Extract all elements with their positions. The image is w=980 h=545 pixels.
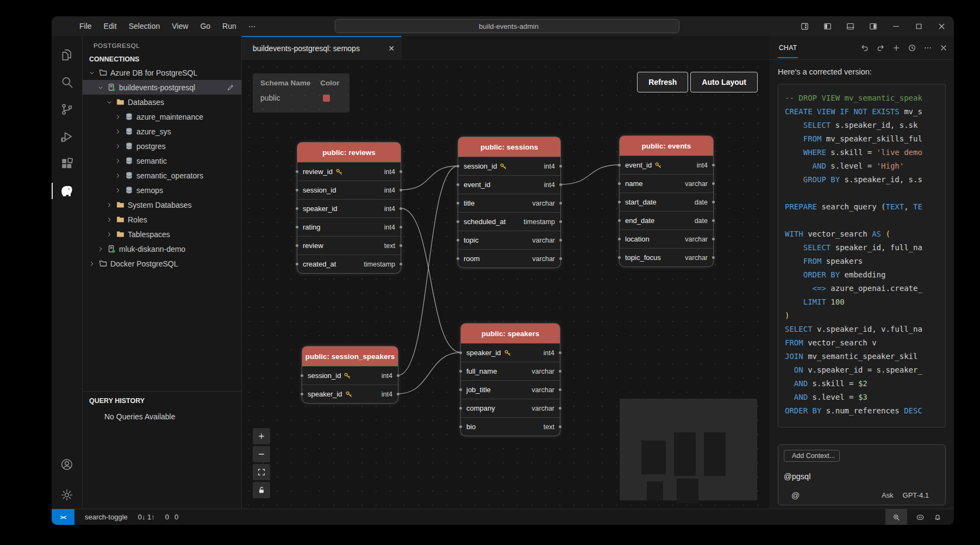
table-speakers[interactable]: public: speakersspeaker_idint4full_namev…	[461, 324, 560, 436]
menu-selection[interactable]: Selection	[123, 16, 166, 36]
add-context-button[interactable]: Add Context...	[784, 450, 840, 462]
sql-code-block: -- DROP VIEW mv_semantic_speakCREATE VIE…	[778, 84, 946, 428]
chat-input[interactable]: Add Context... @pgsql @ Ask GPT-4.1	[778, 444, 946, 505]
layout-sidebar-right-button[interactable]	[864, 18, 882, 34]
command-center-search[interactable]: build-events-admin	[335, 19, 679, 33]
title-bar: FileEditSelectionViewGoRun⋯ build-events…	[52, 16, 954, 36]
key-icon	[654, 162, 662, 169]
menu-go[interactable]: Go	[194, 16, 216, 36]
problems-status[interactable]: 0 0	[163, 513, 178, 521]
layout-sidebar-left-button[interactable]	[818, 18, 837, 34]
minimize-button[interactable]	[887, 18, 905, 34]
tree-item-buildevents-postgresql[interactable]: buildevents-postgresql	[83, 80, 241, 95]
tree-item-tablespaces[interactable]: Tablespaces	[83, 227, 241, 241]
copilot-icon[interactable]	[916, 513, 925, 522]
connections-section-header[interactable]: CONNECTIONS	[83, 53, 241, 65]
tree-item-databases[interactable]: Databases	[83, 95, 241, 109]
unlock-button[interactable]	[253, 482, 270, 498]
tree-item-system-databases[interactable]: System Databases	[83, 197, 241, 212]
customize-layout-button[interactable]	[795, 18, 814, 34]
mention-icon[interactable]: @	[791, 491, 800, 500]
menu-file[interactable]: File	[73, 16, 98, 36]
branch-status[interactable]: search-toggle	[82, 513, 128, 521]
column-name: room	[464, 255, 480, 263]
column-name: full_name	[466, 367, 497, 375]
tree-item-semantic[interactable]: semantic	[83, 153, 241, 168]
chevron-right-icon	[114, 143, 122, 150]
menu-[interactable]: ⋯	[242, 16, 262, 36]
tree-item-azure-sys[interactable]: azure_sys	[83, 124, 241, 139]
column-type: int4	[382, 391, 392, 398]
zoom-in-button[interactable]	[253, 428, 270, 444]
activitybar-run-debug[interactable]	[52, 123, 83, 150]
tree-item-mluk-diskann-demo[interactable]: mluk-diskann-demo	[83, 241, 241, 256]
activitybar-extensions[interactable]	[52, 150, 83, 177]
zoom-status-button[interactable]	[885, 509, 907, 525]
new-chat-icon[interactable]	[892, 44, 901, 52]
table-session_speakers[interactable]: public: session_speakerssession_idint4sp…	[302, 346, 398, 403]
activitybar-search[interactable]	[52, 69, 83, 96]
tree-item-semantic-operators[interactable]: semantic_operators	[83, 168, 241, 183]
activitybar-postgresql[interactable]	[52, 177, 83, 205]
model-dropdown[interactable]: GPT-4.1	[903, 491, 931, 499]
tree-item-azure-maintenance[interactable]: azure_maintenance	[83, 109, 241, 124]
tree-item-azure-db-for-postgresql[interactable]: Azure DB for PostgreSQL	[83, 65, 241, 80]
layout-panel-button[interactable]	[841, 18, 859, 34]
tab-chat[interactable]: CHAT	[778, 38, 798, 58]
menu-run[interactable]: Run	[216, 16, 242, 36]
menu-edit[interactable]: Edit	[98, 16, 123, 36]
bell-icon[interactable]	[933, 513, 942, 522]
activitybar-explorer[interactable]	[52, 41, 83, 69]
key-icon	[335, 168, 343, 176]
settings-icon	[60, 488, 74, 502]
fit-view-button[interactable]	[253, 464, 270, 480]
tree-item-label: Azure DB for PostgreSQL	[110, 69, 197, 77]
minimap[interactable]	[620, 399, 757, 500]
search-big-icon	[60, 75, 74, 89]
folder-icon	[116, 230, 125, 239]
tab-erd[interactable]: buildevents-postgresql: semops ✕	[242, 36, 402, 59]
column-session_id: session_idint4	[302, 366, 398, 385]
menu-view[interactable]: View	[166, 16, 194, 36]
undo-icon[interactable]	[860, 44, 869, 52]
auto-layout-button[interactable]: Auto Layout	[690, 72, 758, 92]
column-name: rating	[303, 223, 321, 231]
account-icon	[60, 457, 74, 472]
query-history-header[interactable]: QUERY HISTORY	[83, 395, 241, 407]
close-button[interactable]	[932, 18, 951, 34]
activitybar-source-control[interactable]	[52, 96, 83, 123]
tree-item-docker-postgresql[interactable]: Docker PostgreSQL	[83, 256, 241, 271]
connections-tree: Azure DB for PostgreSQLbuildevents-postg…	[83, 65, 241, 271]
table-sessions[interactable]: public: sessionssession_idint4event_idin…	[458, 137, 560, 268]
pencil-icon[interactable]	[227, 83, 235, 91]
close-tab-icon[interactable]: ✕	[388, 44, 395, 53]
column-type: int4	[544, 181, 555, 189]
chat-input-value[interactable]: @pgsql	[784, 472, 940, 481]
vscode-logo-icon	[58, 21, 69, 32]
mode-dropdown[interactable]: Ask	[882, 491, 895, 499]
refresh-button[interactable]: Refresh	[637, 72, 688, 92]
tree-item-postgres[interactable]: postgres	[83, 139, 241, 153]
remote-indicator[interactable]: ><	[52, 509, 74, 525]
history-icon[interactable]	[908, 44, 916, 52]
table-events[interactable]: public: eventsevent_idint4namevarcharsta…	[620, 136, 713, 267]
copilot-menu[interactable]	[686, 16, 689, 36]
more-icon[interactable]	[923, 44, 932, 52]
maximize-button[interactable]	[909, 18, 928, 34]
chevron-right-icon	[114, 113, 122, 121]
sync-status[interactable]: 0↓ 1↑	[135, 513, 155, 521]
zoom-out-button[interactable]	[253, 446, 270, 462]
chevron-right-icon	[88, 260, 96, 268]
column-name: created_at	[303, 260, 336, 268]
code-line: -- DROP VIEW mv_semantic_speak	[785, 91, 945, 105]
table-reviews[interactable]: public: reviewsreview_idint4session_idin…	[297, 143, 401, 273]
activitybar-settings[interactable]	[52, 481, 83, 509]
code-line: )	[785, 309, 945, 323]
close-icon[interactable]	[939, 44, 948, 52]
tree-item-semops[interactable]: semops	[83, 183, 241, 197]
redo-icon[interactable]	[876, 44, 885, 52]
tree-item-roles[interactable]: Roles	[83, 212, 241, 227]
key-icon	[504, 349, 511, 357]
activitybar-account[interactable]	[52, 451, 83, 478]
erd-canvas[interactable]: public: reviewsreview_idint4session_idin…	[242, 60, 769, 509]
